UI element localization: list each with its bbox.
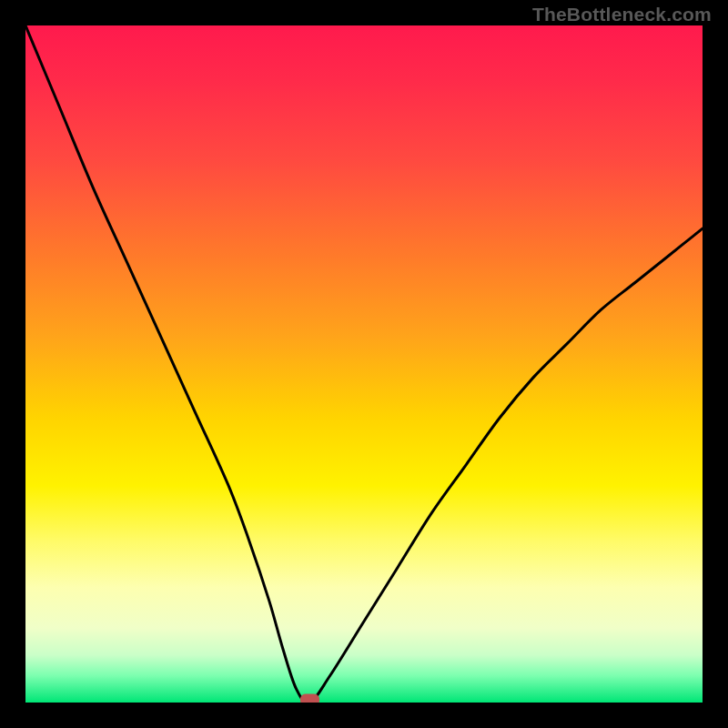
minimum-marker <box>300 694 318 703</box>
watermark-text: TheBottleneck.com <box>532 4 712 25</box>
bottleneck-curve <box>25 25 703 703</box>
plot-area <box>25 25 703 703</box>
chart-frame: TheBottleneck.com <box>0 0 728 728</box>
curve-layer <box>25 25 703 703</box>
